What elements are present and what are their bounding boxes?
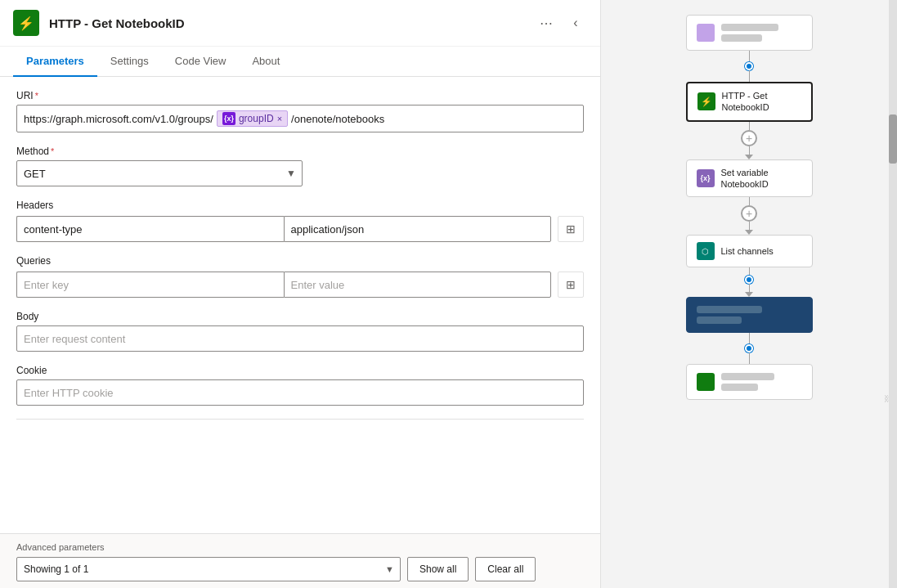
highlighted-text2 xyxy=(697,316,742,324)
list-channels-label: List channels xyxy=(721,245,774,257)
http-node-label: HTTP - GetNotebookID xyxy=(722,90,769,114)
bottom-bar-inner: Showing 1 of 1 ▼ Show all Clear all xyxy=(16,557,584,581)
blurred-green-icon xyxy=(697,373,715,391)
cookie-label: Cookie xyxy=(16,365,584,376)
method-select-wrapper: GET POST PUT DELETE PATCH ▼ xyxy=(16,160,303,186)
headers-key-input[interactable] xyxy=(16,216,284,242)
flow-node-http[interactable]: ⚡ HTTP - GetNotebookID xyxy=(686,82,813,122)
headers-section: Headers ⊞ xyxy=(16,200,584,242)
arrow-1 xyxy=(745,155,753,159)
close-button[interactable]: ‹ xyxy=(564,11,587,34)
plus-button-2[interactable]: + xyxy=(741,205,757,222)
queries-section: Queries ⊞ xyxy=(16,255,584,298)
body-input[interactable] xyxy=(16,325,584,352)
list-channels-icon: ⬡ xyxy=(697,242,715,260)
panel-icon-symbol: ⚡ xyxy=(18,16,34,31)
panel-header: ⚡ HTTP - Get NotebookID ⋯ ‹ xyxy=(0,0,600,47)
header-actions: ⋯ ‹ xyxy=(535,11,587,34)
uri-field-group: URI * https://graph.microsoft.com/v1.0/g… xyxy=(16,90,584,132)
close-icon: ‹ xyxy=(573,16,577,30)
tab-code-view[interactable]: Code View xyxy=(162,47,240,77)
body-field-group: Body xyxy=(16,311,584,352)
connector-2b xyxy=(749,146,750,155)
advanced-params-select[interactable]: Showing 1 of 1 xyxy=(16,557,401,581)
clear-all-button[interactable]: Clear all xyxy=(475,557,536,581)
panel-icon: ⚡ xyxy=(13,10,39,36)
uri-token[interactable]: {x} groupID × xyxy=(217,110,288,127)
queries-row: ⊞ xyxy=(16,272,584,298)
token-icon: {x} xyxy=(222,112,235,125)
tab-parameters[interactable]: Parameters xyxy=(13,47,97,77)
uri-input[interactable]: https://graph.microsoft.com/v1.0/groups/… xyxy=(16,105,584,132)
uri-suffix: /onenote/notebooks xyxy=(291,113,384,125)
headers-add-button[interactable]: ⊞ xyxy=(558,216,584,242)
cookie-field-group: Cookie xyxy=(16,365,584,406)
headers-value-input[interactable] xyxy=(284,216,552,242)
body-label: Body xyxy=(16,311,584,322)
left-panel: ⚡ HTTP - Get NotebookID ⋯ ‹ Parameters S… xyxy=(0,0,601,588)
queries-add-button[interactable]: ⊞ xyxy=(558,272,584,298)
token-label: groupID xyxy=(239,113,274,124)
headers-label: Headers xyxy=(16,200,584,211)
flow-container: ⚡ HTTP - GetNotebookID + {x} Set variabl… xyxy=(601,0,897,408)
connector-3b xyxy=(749,222,750,230)
divider xyxy=(16,419,584,420)
node1-text1 xyxy=(721,24,778,31)
uri-label: URI * xyxy=(16,90,584,101)
node1-text2 xyxy=(721,34,762,42)
set-var-icon: {x} xyxy=(697,169,715,187)
connector-dot-2 xyxy=(745,276,753,284)
queries-key-input[interactable] xyxy=(16,272,284,298)
connector-dot-3 xyxy=(745,344,753,352)
show-all-button[interactable]: Show all xyxy=(407,557,469,581)
blurred-green-text1 xyxy=(721,373,774,380)
connector-2a xyxy=(749,122,750,130)
panel-title: HTTP - Get NotebookID xyxy=(49,16,525,30)
connector-5b xyxy=(749,352,750,364)
queries-label: Queries xyxy=(16,255,584,267)
headers-add-icon: ⊞ xyxy=(566,222,576,236)
queries-value-input[interactable] xyxy=(284,272,552,298)
connector-4b xyxy=(749,284,750,292)
flow-node-set-var[interactable]: {x} Set variableNotebookID xyxy=(686,159,813,198)
connector-1b xyxy=(749,70,750,82)
set-var-label: Set variableNotebookID xyxy=(721,167,769,191)
more-options-button[interactable]: ⋯ xyxy=(535,11,558,34)
flow-node-list-channels[interactable]: ⬡ List channels ⛓ xyxy=(686,235,813,267)
tabs-bar: Parameters Settings Code View About xyxy=(0,47,600,77)
method-required: * xyxy=(51,146,54,156)
right-panel: ⚡ HTTP - GetNotebookID + {x} Set variabl… xyxy=(601,0,897,588)
connector-1 xyxy=(749,51,750,62)
tab-about[interactable]: About xyxy=(239,47,293,77)
bottom-bar: Advanced parameters Showing 1 of 1 ▼ Sho… xyxy=(0,533,600,588)
uri-required: * xyxy=(35,91,38,101)
connector-dot-1 xyxy=(745,62,753,70)
highlighted-text1 xyxy=(697,306,762,313)
connector-5 xyxy=(749,333,750,344)
more-icon: ⋯ xyxy=(540,16,553,31)
advanced-select-wrapper: Showing 1 of 1 ▼ xyxy=(16,557,401,581)
method-field-group: Method * GET POST PUT DELETE PATCH ▼ xyxy=(16,146,584,186)
uri-prefix: https://graph.microsoft.com/v1.0/groups/ xyxy=(24,113,213,125)
http-node-icon: ⚡ xyxy=(697,92,715,110)
flow-node-1[interactable] xyxy=(686,15,813,51)
queries-add-icon: ⊞ xyxy=(566,278,576,291)
flow-node-highlighted[interactable] xyxy=(686,297,813,333)
vertical-scrollbar[interactable] xyxy=(889,0,897,588)
scrollbar-thumb[interactable] xyxy=(889,114,897,164)
blurred-green-text2 xyxy=(721,384,758,391)
method-label: Method * xyxy=(16,146,584,157)
method-select[interactable]: GET POST PUT DELETE PATCH xyxy=(16,160,303,186)
connector-3a xyxy=(749,197,750,205)
flow-node-blurred-green[interactable] xyxy=(686,364,813,400)
token-close[interactable]: × xyxy=(277,114,282,123)
form-content: URI * https://graph.microsoft.com/v1.0/g… xyxy=(0,77,600,533)
connector-4a xyxy=(749,267,750,276)
tab-settings[interactable]: Settings xyxy=(97,47,162,77)
plus-button-1[interactable]: + xyxy=(741,130,757,146)
headers-row: ⊞ xyxy=(16,216,584,242)
cookie-input[interactable] xyxy=(16,379,584,406)
advanced-params-label: Advanced parameters xyxy=(16,542,584,552)
